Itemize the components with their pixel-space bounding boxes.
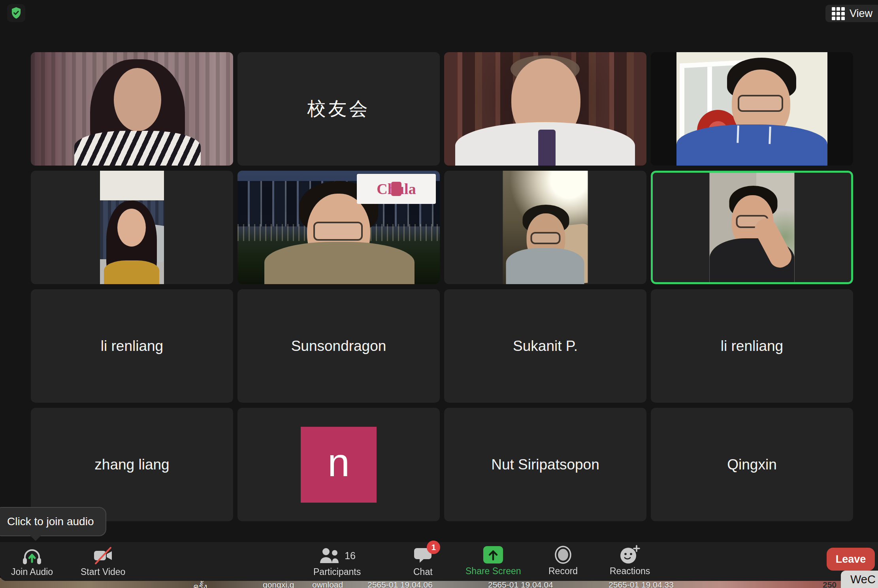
join-audio-tooltip-text: Click to join audio [7, 515, 94, 528]
desktop-file-label: ครั้ง [193, 580, 207, 588]
text-tile[interactable]: 校友会 [237, 52, 440, 166]
name-tile[interactable]: Qingxin [651, 408, 853, 521]
participant-video [31, 52, 233, 166]
smiley-plus-icon [619, 545, 641, 565]
video-tile-yellow[interactable] [31, 171, 233, 284]
participant-name: li renliang [101, 338, 163, 354]
chat-button[interactable]: 1 Chat [413, 545, 433, 577]
record-label: Record [548, 566, 578, 577]
video-tile-older[interactable] [444, 52, 646, 166]
participants-label: Participants [313, 567, 361, 577]
avatar-letter: n [328, 443, 350, 482]
wechat-window-corner[interactable]: WeC [841, 571, 878, 588]
view-button-label: View [850, 8, 872, 20]
video-tile-chula[interactable]: Chula [237, 171, 440, 284]
name-tile[interactable]: li renliang [651, 289, 853, 403]
reactions-button[interactable]: Reactions [610, 545, 650, 577]
desktop-file-label: ownload [312, 580, 343, 588]
join-audio-tooltip: Click to join audio [0, 507, 106, 536]
zoom-meeting-window: View 校友会Chulali renliangSunsondragonSuka… [0, 0, 878, 581]
video-tile-car[interactable] [444, 171, 646, 284]
leave-button[interactable]: Leave [827, 548, 875, 571]
join-audio-button[interactable]: Join Audio [11, 545, 53, 577]
name-tile[interactable]: li renliang [31, 289, 233, 403]
shield-check-icon [10, 7, 22, 19]
record-button[interactable]: Record [548, 545, 578, 577]
join-audio-label: Join Audio [11, 567, 53, 577]
chat-label: Chat [413, 567, 433, 577]
share-arrow-icon [483, 546, 503, 564]
reactions-label: Reactions [610, 566, 650, 577]
name-tile[interactable]: zhang liang [31, 408, 233, 521]
video-tile-woman[interactable] [31, 52, 233, 166]
participants-button[interactable]: 16 Participants [313, 545, 361, 577]
meeting-security-button[interactable] [7, 4, 25, 22]
participant-name: 校友会 [307, 96, 370, 121]
meeting-toolbar: Join Audio Start Video [0, 542, 878, 581]
leave-label: Leave [836, 553, 866, 565]
chat-unread-badge: 1 [427, 541, 440, 554]
desktop-file-label: gongxi.g [263, 580, 294, 588]
desktop-file-label: 2565-01 19.04.04 [488, 580, 553, 588]
headphones-icon [22, 545, 42, 566]
record-circle-icon [554, 545, 572, 565]
participant-name: Qingxin [727, 456, 776, 473]
participant-video: Chula [237, 171, 440, 284]
participant-video [503, 171, 588, 284]
start-video-label: Start Video [81, 567, 125, 577]
share-screen-button[interactable]: Share Screen [465, 545, 521, 577]
participant-name: li renliang [721, 338, 783, 354]
participant-name: Sukanit P. [513, 338, 578, 354]
view-button[interactable]: View [825, 5, 878, 22]
name-tile[interactable]: Nut Siripatsopon [444, 408, 646, 521]
participant-grid: 校友会Chulali renliangSunsondragonSukanit P… [31, 52, 853, 521]
desktop-file-label: 250 [823, 580, 837, 588]
participant-video [710, 171, 795, 284]
start-video-button[interactable]: Start Video [81, 545, 125, 577]
video-camera-off-icon [92, 545, 114, 566]
participant-name: Nut Siripatsopon [491, 456, 599, 473]
people-icon: 16 [318, 545, 356, 566]
participants-count: 16 [345, 550, 356, 562]
share-screen-label: Share Screen [465, 566, 521, 577]
chat-bubble-icon: 1 [413, 545, 432, 566]
wechat-window-title: WeC [850, 573, 876, 586]
participant-video [676, 52, 827, 166]
chula-logo-icon [391, 182, 401, 196]
participant-video [444, 52, 646, 166]
name-tile[interactable]: Sunsondragon [237, 289, 440, 403]
grid-view-icon [832, 7, 845, 20]
desktop-file-label: 2565-01 19.04.33 [609, 580, 674, 588]
participant-name: Sunsondragon [291, 338, 386, 354]
video-tile-blacktee[interactable] [651, 171, 853, 284]
participant-avatar: n [301, 427, 377, 503]
participant-video [100, 171, 164, 284]
desktop-file-label: 2565-01 19.04.06 [367, 580, 433, 588]
avatar-tile[interactable]: n [237, 408, 440, 521]
name-tile[interactable]: Sukanit P. [444, 289, 646, 403]
video-tile-polo[interactable] [651, 52, 853, 166]
virtual-background-logo: Chula [357, 174, 436, 204]
participant-name: zhang liang [94, 456, 169, 473]
